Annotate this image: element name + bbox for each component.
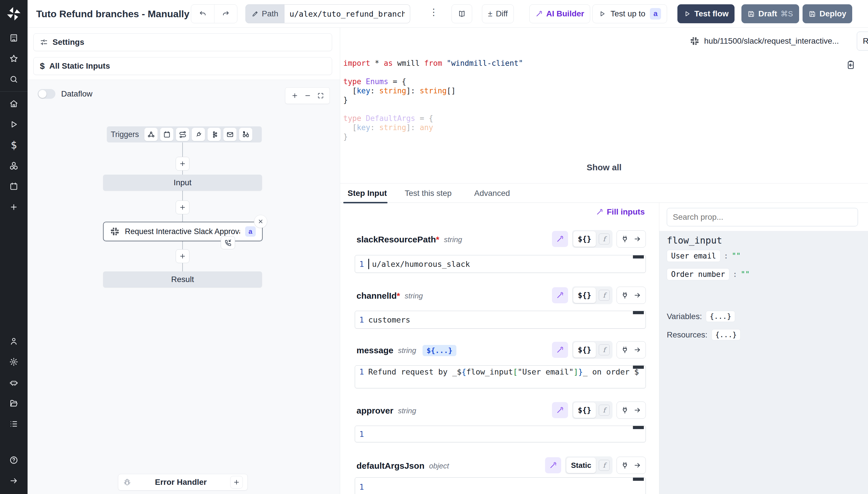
zoom-in-button[interactable] [291,92,298,99]
redo-button[interactable] [214,5,237,23]
fx-icon[interactable]: f [599,233,610,244]
trigger-email-button[interactable] [223,128,237,141]
insert-step-button[interactable] [176,157,190,171]
add-error-handler-button[interactable] [230,476,243,489]
hub-script-path[interactable]: hub/11500/slack/request_interactive... [704,37,853,46]
ai-builder-button[interactable]: AI Builder [529,4,590,23]
flow-settings-button[interactable]: Settings [33,33,332,51]
result-node[interactable]: Result [103,271,262,287]
undo-button[interactable] [191,5,214,23]
plug-icon[interactable] [621,461,629,469]
mode-expr-button[interactable]: ${} [573,287,596,303]
fit-view-button[interactable] [317,92,324,99]
kebab-menu-button[interactable]: ⋮ [429,7,438,17]
prop-search-input[interactable] [667,208,858,226]
dataflow-toggle[interactable] [38,89,55,99]
plug-icon[interactable] [621,346,629,354]
insert-step-button[interactable] [176,201,190,214]
plug-icon[interactable] [621,235,629,243]
sidebar-item-workspace[interactable] [0,27,27,48]
fx-icon[interactable]: f [599,344,610,355]
resources-pill[interactable]: {...} [712,329,741,340]
variables-pill[interactable]: {...} [706,311,735,322]
input-node[interactable]: Input [103,175,262,191]
tab-test-this-step[interactable]: Test this step [405,184,452,203]
plug-icon[interactable] [621,406,629,414]
fx-icon[interactable]: f [599,405,610,416]
docs-button[interactable] [452,4,472,23]
slack-approval-step-node[interactable]: Request Interactive Slack Approval (... … [103,222,263,241]
test-flow-button[interactable]: Test flow [677,4,734,23]
draft-button[interactable]: Draft ⌘S [742,4,799,23]
field-name: channelId* [356,291,400,301]
sidebar-item-folders[interactable] [0,393,27,414]
field-editor-message[interactable]: 1Refund request by _${flow_input["User e… [355,365,646,388]
trigger-route-button[interactable] [176,128,189,141]
sidebar-item-workers[interactable] [0,372,27,393]
arrow-right-icon[interactable] [633,406,642,414]
arrow-right-icon[interactable] [633,291,642,299]
test-up-to-button[interactable]: Test up to a [592,4,667,23]
mode-expr-button[interactable]: ${} [573,231,596,247]
mode-expr-button[interactable]: ${} [573,342,596,358]
sidebar-item-variables[interactable]: $ [0,135,27,155]
sidebar-item-resources[interactable] [0,155,27,176]
windmill-logo-icon[interactable] [0,0,27,27]
ai-fill-button[interactable] [552,402,568,418]
sidebar-item-user[interactable] [0,331,27,352]
zoom-out-button[interactable] [304,92,312,99]
all-static-inputs-button[interactable]: $ All Static Inputs [33,57,332,75]
ai-fill-button[interactable] [545,457,561,473]
trigger-poll-button[interactable] [239,128,252,141]
trigger-webhook-button[interactable] [144,128,158,141]
remove-step-button[interactable] [254,215,267,228]
trigger-schedule-button[interactable] [160,128,173,141]
arrow-right-icon[interactable] [633,346,642,354]
fill-inputs-button[interactable]: Fill inputs [596,207,645,216]
sidebar-item-runs[interactable] [0,114,27,135]
ai-fill-button[interactable] [552,287,568,303]
field-channelId: channelId*string${}f1customers [355,286,646,330]
code-viewer[interactable]: import * as wmill from "windmill-client"… [340,55,868,183]
sidebar-item-search[interactable] [0,69,27,90]
error-handler-node[interactable]: Error Handler [118,474,248,491]
sidebar-item-logs[interactable] [0,414,27,434]
trigger-kafka-button[interactable] [208,128,221,141]
ai-fill-button[interactable] [552,342,568,358]
mode-static-button[interactable]: Static [566,457,596,473]
prop-key-pill[interactable]: Order number [667,268,729,280]
path-input[interactable] [284,4,410,23]
prop-colon: : [724,252,729,260]
copy-code-button[interactable] [846,60,856,70]
prop-key-pill[interactable]: User email [667,250,721,262]
ai-fill-button[interactable] [552,231,568,247]
field-editor-approver[interactable]: 1 [355,426,646,442]
trigger-websocket-button[interactable] [192,128,205,141]
plug-icon[interactable] [621,291,629,299]
step-name-input[interactable] [857,32,868,51]
sidebar-item-favorites[interactable] [0,48,27,69]
arrow-right-icon[interactable] [633,235,642,243]
tab-step-input[interactable]: Step Input [348,184,387,203]
play-icon [598,10,606,18]
sidebar-item-schedules[interactable] [0,176,27,197]
sidebar-item-add[interactable] [0,197,27,217]
deploy-button[interactable]: Deploy [803,4,852,23]
arrow-right-icon[interactable] [633,461,642,469]
show-all-button[interactable]: Show all [340,163,868,172]
sidebar-item-settings[interactable] [0,352,27,372]
sidebar-item-expand[interactable] [0,471,27,491]
sidebar-item-home[interactable] [0,93,27,114]
fx-icon[interactable]: f [599,460,610,471]
diff-button[interactable]: ± Diff [482,4,514,23]
field-editor-defaultArgsJson[interactable]: 1 [355,477,646,494]
sidebar-item-help[interactable] [0,450,27,471]
fx-icon[interactable]: f [599,290,610,301]
triggers-node[interactable]: Triggers [107,126,262,142]
field-label-row: approverstring [356,403,416,419]
insert-step-button[interactable] [176,249,190,263]
field-editor-channelId[interactable]: 1customers [355,311,646,328]
tab-advanced[interactable]: Advanced [474,184,510,203]
mode-expr-button[interactable]: ${} [573,402,596,418]
field-editor-slackResourcePath[interactable]: 1u/alex/humorous_slack [355,255,646,273]
